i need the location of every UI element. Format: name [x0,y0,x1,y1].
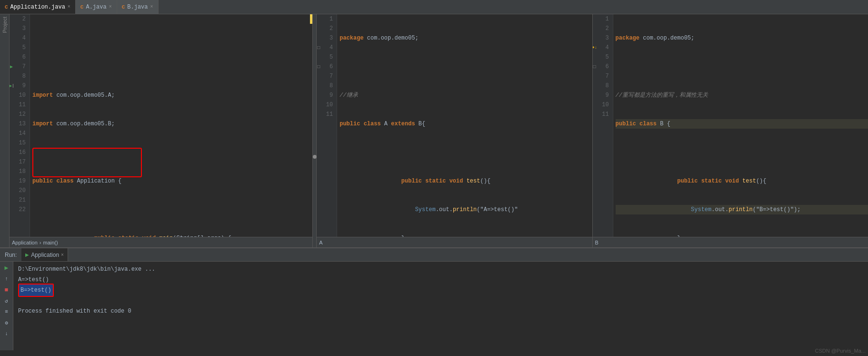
tab-icon-app: C [5,4,8,10]
tab-close-a[interactable]: × [109,4,112,10]
breadcrumb-app: Application › main() [10,237,312,247]
tab-icon-a: C [80,4,84,10]
tab-label-b: B.java [127,4,148,10]
b-line-3: //重写都是方法的重写，和属性无关 [616,91,868,100]
line-numbers-b: 1 2 3 4 5 6 7 8 9 10 11 [597,14,613,237]
editor-scroll-b[interactable]: ●↓ □ 1 2 3 4 5 6 [593,14,868,237]
run-filter-button[interactable]: ≡ [2,307,11,316]
output-exit: Process finished with exit code 0 [18,306,863,316]
a-line-5 [339,148,592,157]
run-panel: Run: ▶ Application × ▶ ↑ ■ ↺ ≡ ⚙ ↓ [0,248,868,350]
editor-scroll-app[interactable]: ▶ ▶ [10,14,312,237]
run-content: ▶ ↑ ■ ↺ ≡ ⚙ ↓ D:\Environment\jdk8\jdk\bi… [0,262,868,350]
run-tab-icon: ▶ [25,252,29,257]
output-b-highlighted: B=>test() [18,284,54,297]
output-cmd: D:\Environment\jdk8\jdk\bin\java.exe ... [18,264,863,275]
b-line-6: public static void test(){ [616,176,868,186]
breadcrumb-a-class: A [319,240,322,245]
code-line-2 [32,33,312,43]
run-down-button[interactable]: ↓ [2,329,11,338]
b-line-8: } [616,234,868,237]
breadcrumb-b-class: B [595,240,599,245]
line-numbers-app: 2 3 4 5 6 7 8 9 10 11 12 13 14 15 [13,14,30,237]
run-tab-label: Application [31,252,59,258]
run-output: D:\Environment\jdk8\jdk\bin\java.exe ...… [13,262,868,350]
a-line-3: //继承 [339,91,592,100]
run-stop-button[interactable]: ■ [2,285,11,295]
b-line-1: package com.oop.demo05; [616,33,868,43]
run-up-button[interactable]: ↑ [2,274,11,284]
left-sidebar: Project [0,14,10,247]
tab-b-java[interactable]: C B.java × [117,0,159,14]
output-line-a: A=>test() [18,275,863,285]
run-label: Run: [0,252,21,258]
b-line-5 [616,148,868,157]
code-line-8 [32,205,312,214]
code-line-3 [32,62,312,71]
tab-a-java[interactable]: C A.java × [76,0,117,14]
editor-container: Project ▶ ▶ [0,14,868,248]
a-line-7: System.out.println("A=>test()" [339,205,592,214]
watermark: CSDN @Purvis_Ma... [815,348,866,354]
tab-close-b[interactable]: × [150,4,153,10]
a-line-6: public static void test(){ [339,176,592,186]
gutter-a: □ □ [317,14,320,237]
scroll-dot [313,155,317,159]
a-line-1: package com.oop.demo05; [339,33,592,43]
run-settings-button[interactable]: ⚙ [2,318,11,327]
output-exit-text: Process finished with exit code 0 [18,306,131,316]
run-tab-application[interactable]: ▶ Application × [21,248,68,261]
run-toolbar: ▶ ↑ ■ ↺ ≡ ⚙ ↓ [0,262,13,350]
editor-scroll-a[interactable]: □ □ 1 2 3 4 5 6 [317,14,592,237]
tab-icon-b: C [122,4,125,10]
gutter-b-4: ●↓ [593,43,597,52]
tab-bar: C Application.java × C A.java × C B.java… [0,0,868,14]
yellow-scroll-marker [310,14,312,24]
run-tab-close[interactable]: × [61,252,64,257]
tab-close-app[interactable]: × [68,4,70,10]
run-marker-9: ▶ [10,81,13,91]
run-marker-7: ▶ [10,62,13,71]
output-line-b: B=>test() [18,285,863,295]
editor-pane-app: ▶ ▶ [10,14,313,247]
breadcrumb-a: A [317,237,592,247]
code-line-6 [32,148,312,157]
run-play-button[interactable]: ▶ [2,263,11,273]
a-line-4: public class A extends B{ [339,119,592,129]
code-line-9: public static void main(String[] args) { [32,234,312,237]
gutter-b-6: □ [593,62,597,71]
gutter-b: ●↓ □ [593,14,597,237]
breadcrumb-app-class: Application [12,240,38,245]
editor-pane-a: □ □ 1 2 3 4 5 6 [317,14,592,247]
b-line-2 [616,62,868,71]
code-content-app[interactable]: import com.oop.demo05.A; import com.oop.… [30,14,312,237]
gutter-a-6: □ [317,62,320,71]
code-line-7: public class Application { [32,176,312,186]
divider-1 [313,14,317,247]
a-line-8: } [339,234,592,237]
tab-label-app: Application.java [10,4,65,10]
code-line-5: import com.oop.demo05.B; [32,119,312,129]
line-numbers-a: 1 2 3 4 5 6 7 8 9 10 11 [320,14,337,237]
run-rerun-button[interactable]: ↺ [2,296,11,305]
b-line-7: System.out.println("B=>test()"); [616,205,868,214]
a-line-2 [339,62,592,71]
tab-application-java[interactable]: C Application.java × [0,0,76,14]
breadcrumb-b: B [593,237,868,247]
b-line-4: public class B { [616,119,868,129]
editor-pane-b: ●↓ □ 1 2 3 4 5 6 [593,14,868,247]
gutter-a-4: □ [317,43,320,52]
run-tab-bar: Run: ▶ Application × [0,248,868,262]
code-content-a[interactable]: package com.oop.demo05; //继承 public clas… [337,14,592,237]
output-empty [18,295,863,306]
code-line-4: import com.oop.demo05.A; [32,91,312,100]
gutter-app: ▶ ▶ [10,14,13,237]
code-content-b[interactable]: package com.oop.demo05; //重写都是方法的重写，和属性无… [613,14,868,237]
output-cmd-text: D:\Environment\jdk8\jdk\bin\java.exe ... [18,264,155,275]
tab-label-a: A.java [86,4,106,10]
breadcrumb-app-method: main() [43,240,58,245]
